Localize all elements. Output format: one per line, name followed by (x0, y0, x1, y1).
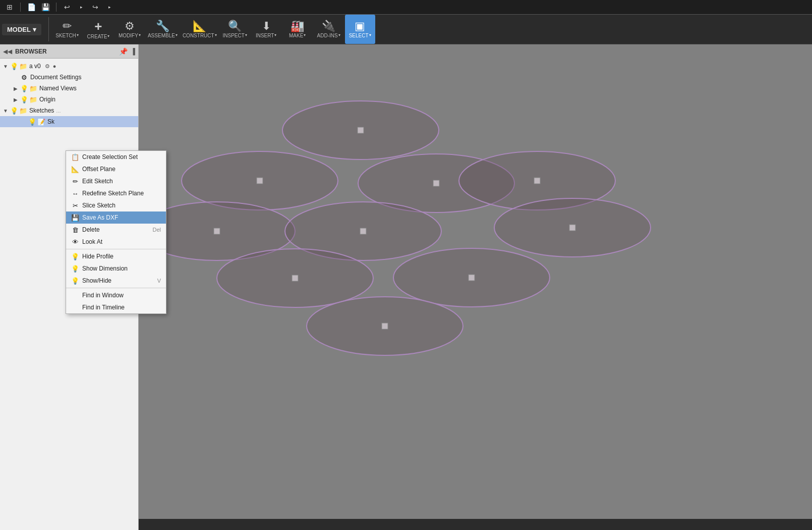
addins-label: ADD-INS (317, 33, 338, 38)
model-label: MODEL (7, 26, 31, 33)
eye-icon-root: 💡 (10, 63, 18, 70)
make-group[interactable]: 🏭 MAKE ▾ (282, 15, 313, 44)
model-arrow: ▾ (33, 26, 36, 33)
eye-icon-sketch-1: 💡 (28, 118, 36, 126)
construct-group[interactable]: 📐 CONSTRUCT ▾ (181, 15, 219, 44)
new-file-btn[interactable]: 📄 (26, 2, 37, 13)
tree-item-named-views[interactable]: ▶ 💡 📁 Named Views (0, 83, 138, 94)
undo-arrow-btn[interactable]: ▸ (76, 2, 87, 13)
sketch-arrow: ▾ (77, 33, 79, 37)
sketches-label: Sketches (29, 107, 54, 114)
svg-rect-15 (292, 275, 298, 281)
addins-icon: 🔌 (322, 21, 335, 32)
cm-separator-1 (66, 249, 166, 249)
toolbar-top: ⊞ 📄 💾 ↩ ▸ ↪ ▸ (0, 0, 812, 15)
svg-rect-11 (360, 228, 366, 234)
svg-rect-17 (469, 275, 475, 281)
svg-rect-13 (569, 225, 575, 231)
cm-slice-sketch[interactable]: ✂ Slice Sketch (66, 199, 166, 211)
undo-btn[interactable]: ↩ (62, 2, 73, 13)
select-icon: ▣ (355, 21, 365, 32)
inspect-group[interactable]: 🔍 INSPECT ▾ (220, 15, 250, 44)
cm-icon-look-at: 👁 (71, 238, 79, 246)
expand-named-views: ▶ (12, 86, 19, 91)
cm-label-find-in-window: Find in Window (82, 292, 161, 299)
select-group[interactable]: ▣ SELECT ▾ (345, 15, 375, 44)
cm-icon-hide-profile: 💡 (71, 253, 79, 260)
sketch-group[interactable]: ✏ SKETCH ▾ (52, 15, 82, 44)
redo-arrow-btn[interactable]: ▸ (104, 2, 115, 13)
root-label: a v0 (29, 63, 41, 70)
svg-rect-9 (214, 228, 220, 234)
cm-label-create-selection-set: Create Selection Set (82, 153, 161, 161)
cm-show-dimension[interactable]: 💡 Show Dimension (66, 262, 166, 275)
toolbar-sep-2 (56, 3, 56, 12)
insert-group[interactable]: ⬇ INSERT ▾ (251, 15, 281, 44)
cm-find-in-window[interactable]: Find in Window (66, 289, 166, 301)
assemble-label: ASSEMBLE (148, 33, 175, 38)
cm-offset-plane[interactable]: 📐 Offset Plane (66, 163, 166, 175)
expand-root: ▼ (2, 64, 9, 69)
svg-rect-7 (534, 178, 540, 184)
tree-item-doc-settings[interactable]: ⚙ Document Settings (0, 72, 138, 83)
cm-label-delete: Delete (82, 226, 149, 233)
cm-find-in-timeline[interactable]: Find in Timeline (66, 301, 166, 313)
eye-icon-named-views: 💡 (20, 85, 28, 92)
cm-label-redefine-sketch-plane: Redefine Sketch Plane (82, 190, 161, 197)
folder-icon-root: 📁 (19, 63, 27, 70)
browser-collapse-icon[interactable]: ▐ (131, 48, 135, 55)
cm-delete[interactable]: 🗑 Delete Del (66, 224, 166, 236)
assemble-group[interactable]: 🔧 ASSEMBLE ▾ (146, 15, 180, 44)
insert-arrow: ▾ (274, 33, 276, 37)
cm-hide-profile[interactable]: 💡 Hide Profile (66, 250, 166, 262)
cm-look-at[interactable]: 👁 Look At (66, 236, 166, 248)
insert-icon: ⬇ (262, 21, 271, 32)
cm-label-look-at: Look At (82, 238, 161, 245)
cm-label-edit-sketch: Edit Sketch (82, 178, 161, 185)
grid-icon-btn[interactable]: ⊞ (4, 2, 15, 13)
cm-shortcut-show-hide: V (157, 278, 161, 284)
svg-rect-5 (433, 180, 439, 186)
create-label: CREATE (87, 34, 107, 39)
tree-item-sketches[interactable]: ▼ 💡 📁 Sketches ... (0, 105, 138, 116)
viewport-svg (139, 44, 812, 530)
browser-nav-arrows: ◀◀ (3, 48, 12, 55)
save-btn[interactable]: 💾 (40, 2, 51, 13)
modify-group[interactable]: ⚙ MODIFY ▾ (114, 15, 145, 44)
cm-icon-show-dimension: 💡 (71, 265, 79, 273)
browser-pin-icon[interactable]: 📌 (119, 47, 128, 56)
cm-save-as-dxf[interactable]: 💾 Save As DXF (66, 211, 166, 224)
assemble-arrow: ▾ (176, 33, 178, 37)
make-label: MAKE (289, 33, 303, 38)
expand-sketches: ▼ (2, 108, 9, 114)
redo-btn[interactable]: ↪ (90, 2, 101, 13)
cm-create-selection-set[interactable]: 📋 Create Selection Set (66, 151, 166, 163)
create-icon: + (94, 20, 102, 33)
tree-item-sketch-1[interactable]: 💡 📝 Sk (0, 116, 138, 127)
root-settings-icon: ⚙ (45, 63, 50, 70)
svg-rect-3 (257, 178, 263, 184)
sketches-dots: ... (56, 108, 61, 114)
sketch-1-label: Sk (47, 118, 54, 125)
cm-icon-create-selection-set: 📋 (71, 153, 79, 161)
sketch-edit-icon-1: 📝 (37, 118, 45, 126)
addins-group[interactable]: 🔌 ADD-INS ▾ (314, 15, 344, 44)
construct-arrow: ▾ (215, 33, 217, 37)
cm-edit-sketch[interactable]: ✏ Edit Sketch (66, 175, 166, 187)
tree-item-origin[interactable]: ▶ 💡 📁 Origin (0, 94, 138, 105)
cm-redefine-sketch-plane[interactable]: ↔ Redefine Sketch Plane (66, 187, 166, 199)
inspect-icon: 🔍 (228, 21, 242, 32)
modify-arrow: ▾ (139, 33, 141, 37)
sketch-label: SKETCH (55, 33, 76, 38)
cm-show-hide[interactable]: 💡 Show/Hide V (66, 275, 166, 287)
create-group[interactable]: + CREATE ▾ (83, 15, 113, 44)
viewport[interactable] (139, 44, 812, 530)
cm-label-find-in-timeline: Find in Timeline (82, 304, 161, 311)
toolbar-main: MODEL ▾ ✏ SKETCH ▾ + CREATE ▾ ⚙ MODIFY ▾ (0, 15, 812, 44)
modify-icon: ⚙ (125, 21, 135, 32)
modify-label: MODIFY (119, 33, 138, 38)
model-dropdown-btn[interactable]: MODEL ▾ (2, 24, 41, 35)
tree-item-root[interactable]: ▼ 💡 📁 a v0 ⚙ ● (0, 61, 138, 72)
cm-icon-redefine-sketch-plane: ↔ (71, 190, 79, 197)
cm-label-show-hide: Show/Hide (82, 277, 154, 284)
